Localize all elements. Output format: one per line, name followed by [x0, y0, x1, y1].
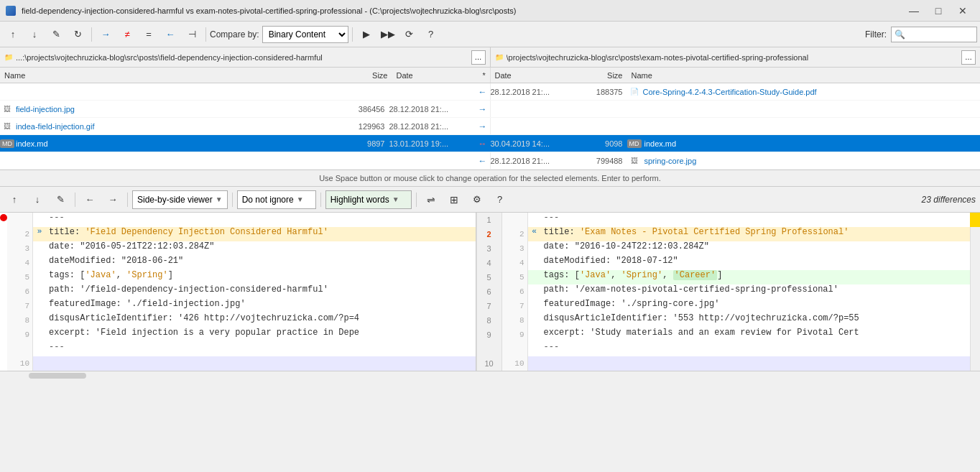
right-path-text: \projects\vojtechruzicka-blog\src\posts\… — [507, 53, 959, 62]
swap-left-button[interactable]: ← — [160, 24, 180, 45]
edit-button[interactable]: ✎ — [46, 24, 66, 45]
status-text: Use Space button or mouse click to chang… — [319, 174, 661, 182]
main-toolbar: ↑ ↓ ✎ ↻ → ≠ = ← ⊣ Compare by: Binary Con… — [0, 22, 980, 47]
align-button[interactable]: ⇌ — [421, 190, 441, 210]
ignore-dropdown[interactable]: Do not ignore ▼ — [237, 190, 316, 209]
diff-line: 9 excerpt: 'Field injection is a very po… — [7, 328, 476, 342]
line-content: path: '/exam-notes-pivotal-certified-spr… — [541, 284, 971, 299]
col-date-left: Date — [392, 71, 479, 80]
left-file-size: 386456 — [339, 105, 389, 114]
swap-right-button[interactable]: → — [96, 24, 116, 45]
line-content: disqusArticleIdentifier: '426 http://voj… — [46, 313, 476, 328]
left-file-name: field-injection.jpg — [14, 105, 339, 114]
table-row[interactable]: MD index.md 9897 13.01.2019 19:... ↔ 30.… — [0, 135, 980, 152]
diff-arrow: ← — [476, 156, 490, 166]
line-content: --- — [541, 342, 971, 356]
diff-line: 8 disqusArticleIdentifier: '553 http://v… — [502, 313, 971, 328]
table-row[interactable]: 🖼 field-injection.jpg 386456 28.12.2018 … — [0, 101, 980, 118]
col-size-right: Size — [577, 71, 627, 80]
ignore-dropdown-arrow: ▼ — [297, 195, 304, 203]
table-row[interactable]: 🖼 indea-field-injection.gif 129963 28.12… — [0, 118, 980, 135]
diff-nav-right-button[interactable]: → — [103, 190, 123, 210]
equal-button[interactable]: = — [139, 24, 159, 45]
diff-line: 10 — [7, 356, 476, 371]
sync-button[interactable]: ⟳ — [399, 24, 420, 45]
grid-button[interactable]: ⊞ — [444, 190, 464, 210]
table-row[interactable]: ← 28.12.2018 21:... 799488 🖼 spring-core… — [0, 152, 980, 170]
diff-next-button[interactable]: ↓ — [27, 190, 47, 210]
right-file-size: 188375 — [577, 88, 627, 96]
nav-down-button[interactable]: ↓ — [24, 24, 45, 45]
diff-panel-right: --- 2 « title: 'Exam Notes - Pivotal Cer… — [502, 213, 971, 371]
line-content: date: "2016-05-21T22:12:03.284Z" — [46, 241, 476, 256]
table-row[interactable]: ← 28.12.2018 21:... 188375 📄 Core-Spring… — [0, 83, 980, 101]
diff-prev-button[interactable]: ↑ — [4, 190, 24, 210]
left-file-icon: MD — [0, 139, 14, 148]
line-arrow — [528, 241, 541, 256]
diff-line: 5 tags: ['Java', 'Spring'] — [7, 270, 476, 284]
horizontal-scrollbar[interactable] — [0, 371, 980, 379]
diff-nav-left-button[interactable]: ← — [80, 190, 100, 210]
maximize-button[interactable]: □ — [927, 1, 950, 21]
center-cell: 5 — [477, 270, 501, 284]
line-arrow: » — [33, 227, 46, 241]
path-bar: 📁 ...:\projects\vojtechruzicka-blog\src\… — [0, 47, 980, 68]
diff-count: 23 differences — [922, 195, 976, 205]
line-content: title: 'Field Dependency Injection Consi… — [46, 227, 476, 241]
next-diff-button[interactable]: ▶ — [356, 24, 376, 45]
settings-button[interactable]: ⚙ — [467, 190, 487, 210]
scrollbar-thumb[interactable] — [29, 373, 86, 379]
compare-by-label: Compare by: — [210, 29, 259, 40]
not-equal-button[interactable]: ≠ — [117, 24, 137, 45]
line-content: dateModified: "2018-07-12" — [541, 256, 971, 270]
line-num: 6 — [502, 284, 528, 299]
line-num: 9 — [502, 328, 528, 342]
line-num: 8 — [502, 313, 528, 328]
line-num — [7, 213, 33, 227]
line-arrow — [528, 213, 541, 227]
right-scroll-gutter[interactable] — [970, 213, 980, 371]
diff-help-button[interactable]: ? — [490, 190, 510, 210]
filter-input[interactable] — [891, 27, 977, 42]
center-cell: 1 — [477, 213, 501, 227]
separator-1 — [91, 27, 92, 42]
line-arrow — [528, 328, 541, 342]
viewer-dropdown[interactable]: Side-by-side viewer ▼ — [132, 190, 228, 209]
nav-up-button[interactable]: ↑ — [3, 24, 23, 45]
line-num: 7 — [502, 299, 528, 313]
left-file-date: 13.01.2019 19:... — [389, 139, 476, 148]
file-row-right: 28.12.2018 21:... 799488 🖼 spring-core.j… — [490, 152, 981, 169]
highlight-dropdown[interactable]: Highlight words ▼ — [325, 190, 412, 209]
status-bar: Use Space button or mouse click to chang… — [0, 170, 980, 187]
diff-sep-3 — [232, 193, 233, 207]
line-arrow — [528, 342, 541, 356]
diff-sep-1 — [75, 193, 75, 207]
separator-3 — [352, 27, 353, 42]
diff-line: 4 dateModified: "2018-07-12" — [502, 256, 971, 270]
pin-button[interactable]: ⊣ — [182, 24, 202, 45]
diff-line: 6 path: '/field-dependency-injection-con… — [7, 284, 476, 299]
line-content — [46, 356, 476, 371]
col-star: * — [479, 71, 490, 80]
right-browse-button[interactable]: … — [961, 50, 976, 65]
compare-by-select[interactable]: Binary Content File Size Timestamp — [262, 26, 348, 43]
line-num: 2 — [502, 227, 528, 241]
line-arrow — [33, 356, 46, 371]
line-num — [502, 213, 528, 227]
refresh-button[interactable]: ↻ — [68, 24, 88, 45]
line-num: 8 — [7, 313, 33, 328]
line-num: 7 — [7, 299, 33, 313]
left-file-name: indea-field-injection.gif — [14, 122, 339, 131]
file-row-right — [490, 101, 981, 117]
close-button[interactable]: ✕ — [951, 1, 974, 21]
left-file-date: 28.12.2018 21:... — [389, 122, 476, 131]
minimize-button[interactable]: — — [902, 1, 925, 21]
left-browse-button[interactable]: … — [471, 50, 486, 65]
diff-edit-button[interactable]: ✎ — [50, 190, 70, 210]
right-file-icon: MD — [627, 139, 642, 148]
file-row-left: MD index.md 9897 13.01.2019 19:... ↔ — [0, 135, 490, 152]
separator-2 — [205, 27, 206, 42]
help-button[interactable]: ? — [421, 24, 441, 45]
right-file-name: Core-Spring-4.2-4.3-Certification-Study-… — [642, 88, 981, 96]
next-diff-all-button[interactable]: ▶▶ — [378, 24, 398, 45]
